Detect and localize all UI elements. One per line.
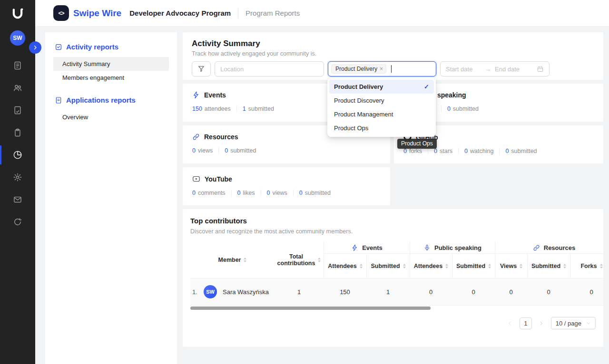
stat-label: watching [470,148,493,154]
remove-tag-icon[interactable]: × [380,66,383,72]
cell-speaking-submitted: 0 [452,278,495,306]
option-label: Product Management [334,111,393,118]
sort-icon[interactable] [244,258,246,262]
stat-value: 150 [192,105,202,112]
contributors-table: Member Total contributions Events Public… [190,242,603,306]
stat-value: 0 [192,190,196,196]
rail-nav [0,61,35,227]
member-name: Sara Waszyńska [223,288,269,296]
document-icon [55,96,62,104]
column-header-attendees[interactable]: Attendees [410,254,452,278]
mail-icon[interactable] [0,195,35,204]
end-date-input[interactable] [495,66,530,73]
sort-icon[interactable] [600,264,603,268]
activity-summary-header: Activity Summary Track how actively enga… [183,32,603,80]
applications-icon[interactable] [0,105,35,115]
column-header-submitted[interactable]: Submitted [366,254,410,278]
sidenav-item-members-engagement[interactable]: Members engagement [53,71,169,85]
sidenav-item-activity-summary[interactable]: Activity Summary [53,57,169,71]
lightning-icon [192,91,200,99]
chevron-right-icon [539,321,544,326]
analytics-icon[interactable] [0,150,35,160]
settings-icon[interactable] [0,172,35,182]
sort-icon[interactable] [520,264,522,268]
cell-resources-forks: 0 [570,278,603,306]
sort-icon[interactable] [445,264,448,268]
sort-icon[interactable] [318,258,321,262]
product-area-select[interactable]: Product Delivery × [328,61,436,77]
microphone-icon [423,244,431,251]
stat-label: attendees [205,105,231,112]
column-header-views[interactable]: Views [495,254,527,278]
stat-value: 0 [267,190,270,196]
sort-icon[interactable] [563,264,566,268]
sort-icon[interactable] [360,264,363,268]
next-page-button[interactable] [536,317,547,329]
stat-value: 0 [192,147,196,154]
empty-slot [394,167,603,205]
dropdown-option-product-management[interactable]: Product Management [329,107,434,121]
product-area-dropdown: Product Delivery ✓ Product Discovery Pro… [327,78,436,137]
stat-label: submitted [248,105,274,112]
funnel-icon [197,65,205,73]
start-date-input[interactable] [446,66,481,73]
sort-icon[interactable] [403,264,406,268]
column-header-total-contributions[interactable]: Total contributions [275,242,324,278]
sort-icon[interactable] [488,264,491,268]
card-title: YouTube [205,175,232,183]
previous-page-button[interactable] [504,317,516,329]
stat-value: 0 [434,148,437,154]
option-label: Product Ops [334,125,368,132]
stat-value: 0 [237,190,241,196]
chevron-down-icon [586,321,591,326]
page-subtitle: Track how actively engaged your communit… [192,50,594,57]
avatar[interactable]: SW [10,30,25,46]
dropdown-option-product-discovery[interactable]: Product Discovery [329,94,434,107]
filter-button[interactable] [192,61,211,77]
column-header-attendees[interactable]: Attendees [324,254,366,278]
selected-tag: Product Delivery × [331,64,386,74]
cell-resources-submitted: 0 [527,278,570,306]
column-header-submitted[interactable]: Submitted [527,254,570,278]
brand-mark-icon[interactable] [10,6,26,22]
dropdown-option-product-ops[interactable]: Product Ops [329,121,434,135]
column-header-member[interactable]: Member [190,242,275,278]
members-icon[interactable] [0,83,35,93]
page-size-label: 10 / page [556,320,581,327]
location-input[interactable] [215,61,324,77]
option-label: Product Discovery [334,97,384,104]
top-contributors-card: Top contributors Discover and recognize … [183,209,603,347]
check-icon: ✓ [424,83,429,90]
dropdown-option-product-delivery[interactable]: Product Delivery ✓ [329,80,434,94]
reports-icon[interactable] [0,61,35,70]
group-header-resources: Resources [495,242,603,254]
lightning-icon [351,244,358,251]
stat-label: forks [409,148,422,154]
stat-label: comments [198,190,226,196]
page-size-select[interactable]: 10 / page [551,317,596,329]
stat-label: submitted [230,147,256,154]
cell-speaking-attendees: 0 [410,278,452,306]
column-header-submitted[interactable]: Submitted [452,254,495,278]
sidenav-item-overview[interactable]: Overview [53,110,169,124]
stat-value: 0 [447,105,451,112]
date-range-picker[interactable]: → [440,61,550,77]
app-root: SW [0,0,609,364]
group-header-events: Events [324,242,410,254]
column-label: Total contributions [277,253,315,267]
logout-icon[interactable] [0,217,35,227]
stat-label: views [273,190,287,196]
scrollbar-thumb[interactable] [190,307,431,310]
horizontal-scrollbar[interactable] [190,307,603,310]
stat-label: likes [243,190,255,196]
app-logo[interactable]: <> [53,5,69,21]
tasks-icon[interactable] [0,128,35,137]
header-divider [238,8,238,19]
expand-sidebar-button[interactable] [29,41,41,54]
selected-tag-label: Product Delivery [335,66,377,72]
checklist-icon [55,43,62,51]
table-row-member[interactable]: 1. SW Sara Waszyńska [190,278,275,306]
column-header-forks[interactable]: Forks [570,254,603,278]
page-number-button[interactable]: 1 [520,317,532,329]
row-rank: 1. [192,288,198,296]
